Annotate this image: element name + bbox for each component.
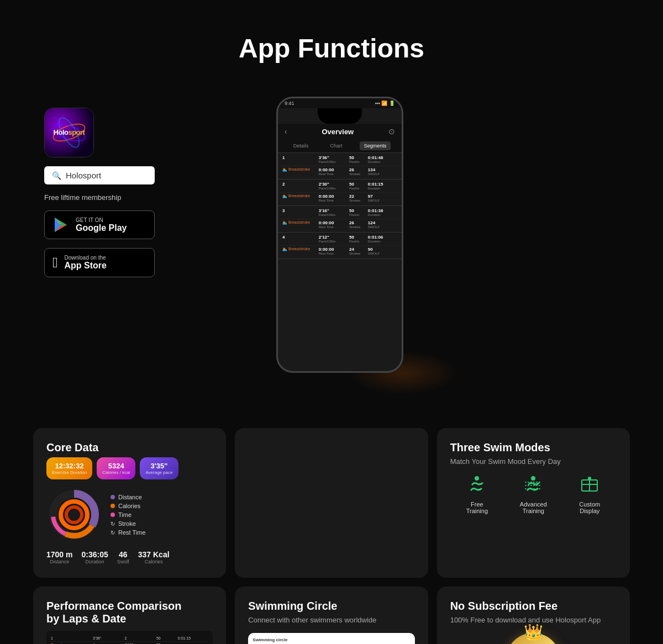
no-sub-title: No Subscription Fee bbox=[450, 600, 617, 613]
legend-item: Distance bbox=[110, 494, 146, 500]
custom-display-label: CustomDisplay bbox=[579, 501, 600, 514]
apple-icon:  bbox=[52, 254, 58, 271]
advanced-training-label: AdvancedTraining bbox=[520, 501, 547, 514]
app-store-large-label: App Store bbox=[65, 261, 107, 271]
tab-details[interactable]: Details bbox=[289, 141, 313, 150]
app-store-labels: Download on the App Store bbox=[65, 255, 107, 271]
advanced-training-icon bbox=[522, 474, 544, 497]
phone-nav-title: Overview bbox=[322, 128, 354, 136]
segment-top-row-3: 3 3'16"Pace/100m 50Pool/m 0:01:38Duratio… bbox=[278, 206, 402, 219]
free-badge: 👑 Free bbox=[450, 633, 617, 644]
features-grid: Core Data 12:32:32Exercise Duration5324C… bbox=[0, 417, 663, 644]
phone-notch bbox=[318, 108, 362, 124]
swimming-circle-subtitle: Connect with other swimmers worldwide bbox=[248, 616, 414, 624]
sc-header: Swimming circle bbox=[252, 637, 410, 642]
share-icon[interactable]: ⊙ bbox=[388, 127, 395, 136]
performance-preview: 1 3'36" 2 50 0:01:15 Breastr... 4 2'12" … bbox=[46, 631, 213, 644]
segment-bottom-row-4: 🏊 Breaststroke 0:00:00Rest Time 24Stroke… bbox=[278, 246, 402, 259]
swim-modes-icons: FreeTraining AdvancedTraining bbox=[450, 474, 617, 514]
stats-row: 1700 mDistance0:36:05Duration46Swolf337 … bbox=[46, 550, 213, 564]
search-icon: 🔍 bbox=[52, 171, 61, 180]
segment-top-row-2: 2 2'30"Pace/100m 50Pool/m 0:01:15Duratio… bbox=[278, 180, 402, 193]
segment-bottom-row-3: 🏊 Breaststroke 0:00:00Rest Time 26Stroke… bbox=[278, 219, 402, 233]
google-play-icon bbox=[52, 217, 69, 233]
page-title: App Functions bbox=[0, 33, 663, 64]
perf-row-1: 1 3'36" 2 50 0:01:15 bbox=[51, 635, 208, 642]
segment-top-row-1: 1 3'36"Pace/100m 50Pool/m 0:01:48Duratio… bbox=[278, 153, 402, 166]
phone-time: 9:41 bbox=[285, 101, 294, 106]
stat-item: 1700 mDistance bbox=[46, 550, 72, 564]
segment-top-row-4: 4 2'12"Pace/100m 50Pool/m 0:01:06Duratio… bbox=[278, 233, 402, 246]
middle-spacer bbox=[235, 428, 428, 578]
swimming-circle-preview: Swimming circle 🏊 6,051 154 km 325 Kcal … bbox=[248, 633, 414, 644]
app-info-panel: Holosport 🔍 Holosport Free liftime membe… bbox=[44, 97, 166, 277]
legend-extra-item: ↻Rest Time bbox=[110, 529, 146, 536]
google-play-small-label: GET IT ON bbox=[76, 217, 127, 223]
hero-section: Holosport 🔍 Holosport Free liftime membe… bbox=[0, 86, 663, 417]
back-icon[interactable]: ‹ bbox=[285, 127, 287, 136]
performance-title: Performance Comparison by Laps & Date bbox=[46, 600, 213, 625]
swim-modes-subtitle: Match Your Swim Mood Every Day bbox=[450, 457, 617, 466]
metric-badge-purple: 3'35"Average pace bbox=[140, 457, 178, 479]
phone-nav: ‹ Overview ⊙ bbox=[278, 124, 402, 139]
search-bar-text: Holosport bbox=[66, 171, 101, 180]
core-metrics-row: 12:32:32Exercise Duration5324Calories / … bbox=[46, 457, 213, 479]
legend-item: Calories bbox=[110, 503, 146, 509]
swim-modes-title: Three Swim Modes bbox=[450, 441, 617, 454]
stat-item: 337 KcalCalories bbox=[138, 550, 170, 564]
google-play-button[interactable]: GET IT ON Google Play bbox=[44, 210, 155, 239]
swim-mode-free: FreeTraining bbox=[466, 474, 488, 514]
crown-icon: 👑 bbox=[524, 623, 543, 641]
svg-text:Holosport: Holosport bbox=[54, 128, 86, 136]
stat-item: 0:36:05Duration bbox=[81, 550, 108, 564]
legend-item: Time bbox=[110, 511, 146, 518]
phone-mockup-wrapper: 9:41 ▪▪▪ 📶 🔋 ‹ Overview ⊙ Details Chart … bbox=[188, 97, 619, 384]
app-store-small-label: Download on the bbox=[65, 255, 107, 261]
donut-chart bbox=[46, 487, 102, 542]
segment-bottom-row-1: 🏊 Breaststroke 0:00:00Rest Time 26Stroke… bbox=[278, 166, 402, 180]
svg-point-14 bbox=[66, 507, 82, 522]
swim-modes-card: Three Swim Modes Match Your Swim Mood Ev… bbox=[437, 428, 630, 578]
phone-segments: 1 3'36"Pace/100m 50Pool/m 0:01:48Duratio… bbox=[278, 153, 402, 259]
metric-badge-pink: 5324Calories / kcal bbox=[97, 457, 135, 479]
legend-extra-item: ↻Stroke bbox=[110, 520, 146, 527]
app-store-button[interactable]:  Download on the App Store bbox=[44, 248, 155, 277]
svg-point-16 bbox=[531, 476, 535, 481]
core-data-card: Core Data 12:32:32Exercise Duration5324C… bbox=[33, 428, 226, 578]
custom-display-icon bbox=[578, 474, 601, 497]
google-play-labels: GET IT ON Google Play bbox=[76, 217, 127, 233]
svg-point-23 bbox=[588, 477, 591, 480]
performance-card: Performance Comparison by Laps & Date 1 … bbox=[33, 587, 226, 644]
free-badge-inner: 👑 Free bbox=[506, 633, 561, 644]
swimming-circle-title: Swimming Circle bbox=[248, 600, 414, 613]
free-training-icon bbox=[466, 474, 488, 497]
metric-badge-orange: 12:32:32Exercise Duration bbox=[46, 457, 92, 479]
core-data-title: Core Data bbox=[46, 441, 213, 454]
tab-chart[interactable]: Chart bbox=[325, 141, 346, 150]
free-membership-label: Free liftime membership bbox=[44, 193, 121, 202]
core-data-body: DistanceCaloriesTime↻Stroke↻Rest Time bbox=[46, 487, 213, 542]
google-play-large-label: Google Play bbox=[76, 223, 127, 233]
no-subscription-card: No Subscription Fee 100% Free to downloa… bbox=[437, 587, 630, 644]
svg-point-15 bbox=[475, 476, 479, 481]
app-logo: Holosport bbox=[44, 108, 94, 157]
segment-bottom-row-2: 🏊 Breaststroke 0:00:00Rest Time 22Stroke… bbox=[278, 193, 402, 206]
page-header: App Functions bbox=[0, 0, 663, 86]
app-logo-inner: Holosport bbox=[45, 108, 93, 157]
phone-status-bar: 9:41 ▪▪▪ 📶 🔋 bbox=[278, 98, 402, 108]
swim-mode-advanced: AdvancedTraining bbox=[520, 474, 547, 514]
phone-screen: 9:41 ▪▪▪ 📶 🔋 ‹ Overview ⊙ Details Chart … bbox=[276, 97, 403, 373]
perf-row-2: Breastr... 4 2'12" 50 bbox=[51, 642, 208, 644]
phone-signal: ▪▪▪ 📶 🔋 bbox=[375, 101, 395, 106]
phone-tabs: Details Chart Segments bbox=[278, 139, 402, 153]
swimming-circle-card: Swimming Circle Connect with other swimm… bbox=[235, 587, 428, 644]
search-bar[interactable]: 🔍 Holosport bbox=[44, 166, 155, 184]
stat-item: 46Swolf bbox=[117, 550, 129, 564]
legend-panel: DistanceCaloriesTime↻Stroke↻Rest Time bbox=[110, 494, 146, 536]
free-training-label: FreeTraining bbox=[466, 501, 488, 514]
tab-segments[interactable]: Segments bbox=[360, 141, 391, 150]
swim-mode-custom: CustomDisplay bbox=[578, 474, 601, 514]
logo-graphic: Holosport bbox=[45, 108, 93, 157]
